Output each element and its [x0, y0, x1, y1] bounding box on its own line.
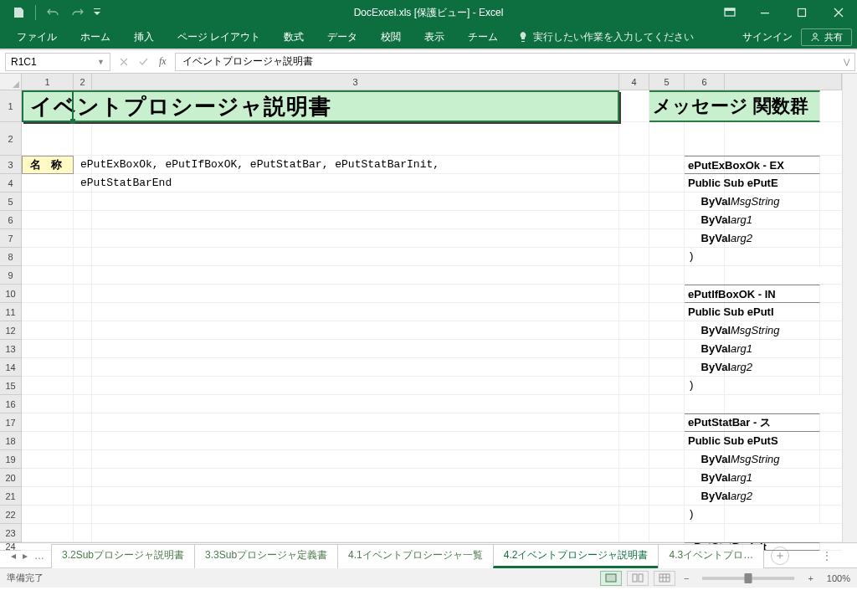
row-header[interactable]: 19	[0, 450, 21, 469]
code-arg[interactable]: ByVal arg2	[685, 487, 820, 506]
row-header[interactable]: 17	[0, 413, 21, 432]
code-block-head[interactable]: ePutIfBoxOK - IN	[685, 285, 820, 303]
sheet-tab[interactable]: 3.3Subプロシージャ定義書	[194, 544, 338, 568]
code-block-sub[interactable]: Public Sub ePutI	[685, 303, 820, 321]
row-header[interactable]: 7	[0, 229, 21, 248]
code-block-sub[interactable]: Public Sub ePutS	[685, 432, 820, 450]
save-icon[interactable]	[7, 2, 30, 23]
view-normal-icon[interactable]	[600, 571, 622, 586]
row-header[interactable]: 14	[0, 358, 21, 377]
code-arg[interactable]: ByVal arg1	[685, 469, 820, 487]
maximize-icon[interactable]	[783, 0, 820, 25]
tab-insert[interactable]: 挿入	[122, 25, 166, 49]
row-header[interactable]: 8	[0, 248, 21, 266]
chevron-down-icon[interactable]: ▼	[97, 58, 105, 66]
formula-input[interactable]: イベントプロシージャ説明書	[175, 53, 839, 71]
tab-view[interactable]: 表示	[413, 25, 456, 49]
code-arg[interactable]: ByVal MsgString	[685, 192, 820, 211]
sheet-nav-arrows[interactable]: ◂ ▸ …	[3, 550, 52, 562]
close-icon[interactable]	[820, 0, 857, 25]
zoom-out-button[interactable]: −	[680, 573, 692, 583]
row-header[interactable]: 3	[0, 156, 21, 174]
code-close[interactable]: )	[685, 377, 820, 395]
tell-me-search[interactable]: 実行したい作業を入力してください	[510, 30, 702, 44]
ribbon-display-options-icon[interactable]	[713, 0, 747, 25]
tab-team[interactable]: チーム	[456, 25, 510, 49]
name-box[interactable]: R1C1 ▼	[5, 53, 110, 71]
row-header[interactable]: 1	[0, 90, 21, 122]
code-arg[interactable]: ByVal arg1	[685, 211, 820, 229]
row-header[interactable]: 13	[0, 340, 21, 358]
sheet-tab[interactable]: 3.2Subプロシージャ説明書	[51, 544, 195, 568]
view-page-layout-icon[interactable]	[627, 571, 649, 586]
code-close[interactable]: )	[685, 506, 820, 524]
code-arg[interactable]: ByVal arg1	[685, 340, 820, 358]
vertical-scrollbar[interactable]	[842, 74, 857, 542]
row-header[interactable]: 4	[0, 174, 21, 192]
row-header[interactable]: 10	[0, 285, 21, 303]
row-header[interactable]: 22	[0, 506, 21, 524]
name-line1-cell[interactable]: ePutExBoxOk, ePutIfBoxOK, ePutStatBar, e…	[74, 156, 619, 174]
row-header[interactable]: 24	[0, 542, 21, 551]
tab-file[interactable]: ファイル	[5, 25, 69, 49]
name-line2-cell[interactable]: ePutStatBarEnd	[74, 174, 619, 192]
redo-icon[interactable]	[66, 2, 90, 23]
row-header[interactable]: 18	[0, 432, 21, 450]
row-header[interactable]: 23	[0, 524, 21, 542]
row-header[interactable]: 11	[0, 303, 21, 321]
row-header[interactable]: 5	[0, 192, 21, 211]
title-cell-right[interactable]: メッセージ 関数群	[649, 90, 820, 122]
row-header[interactable]: 15	[0, 377, 21, 395]
column-header[interactable]: 2	[74, 74, 92, 90]
sheet-tab[interactable]: 4.3イベントプロ…	[658, 544, 764, 568]
code-close[interactable]: )	[685, 248, 820, 266]
column-header[interactable]: 1	[22, 74, 74, 90]
cancel-formula-icon[interactable]	[114, 53, 134, 71]
code-arg[interactable]: ByVal arg2	[685, 358, 820, 377]
column-header[interactable]: 6	[685, 74, 725, 90]
code-block-head[interactable]: ePutExBoxOk - EX	[685, 156, 820, 174]
tab-data[interactable]: データ	[316, 25, 369, 49]
zoom-in-button[interactable]: +	[804, 573, 816, 583]
row-header[interactable]: 21	[0, 487, 21, 506]
code-block-head[interactable]: ePutStatBar - ス	[685, 413, 820, 432]
sheet-nav-first-icon[interactable]: ◂	[8, 550, 18, 562]
column-header[interactable]: 5	[649, 74, 685, 90]
tab-home[interactable]: ホーム	[69, 25, 122, 49]
spreadsheet-grid[interactable]: 123456 123456789101112131415161718192021…	[0, 74, 857, 542]
row-header[interactable]: 9	[0, 266, 21, 285]
signin-link[interactable]: サインイン	[742, 30, 793, 44]
sheet-tab[interactable]: 4.1イベントプロシージャ一覧	[337, 544, 494, 568]
name-label-cell[interactable]: 名 称	[22, 156, 74, 174]
row-header[interactable]: 20	[0, 469, 21, 487]
column-header[interactable]: 4	[619, 74, 649, 90]
qat-customize-icon[interactable]	[91, 2, 103, 23]
cells-area[interactable]: イベントプロシージャ説明書メッセージ 関数群名 称ePutExBoxOk, eP…	[22, 90, 842, 542]
sheet-nav-menu-icon[interactable]: …	[32, 550, 47, 562]
row-header[interactable]: 12	[0, 321, 21, 340]
row-header[interactable]: 2	[0, 122, 21, 156]
undo-icon[interactable]	[41, 2, 64, 23]
column-header[interactable]: 3	[92, 74, 619, 90]
tab-overflow-icon[interactable]: ⋮	[815, 550, 839, 562]
tab-review[interactable]: 校閲	[369, 25, 413, 49]
sheet-tab[interactable]: 4.2イベントプロシージャ説明書	[493, 544, 659, 568]
tab-page-layout[interactable]: ページ レイアウト	[166, 25, 272, 49]
formula-expand-icon[interactable]: ⋁	[839, 53, 855, 71]
row-header[interactable]: 6	[0, 211, 21, 229]
zoom-level[interactable]: 100%	[827, 573, 850, 583]
code-block-sub[interactable]: Public Sub ePutE	[685, 174, 820, 192]
view-page-break-icon[interactable]	[654, 571, 675, 586]
title-cell-main[interactable]: イベントプロシージャ説明書	[22, 90, 619, 122]
share-button[interactable]: 共有	[801, 28, 852, 46]
fx-icon[interactable]: fx	[154, 55, 172, 68]
code-arg[interactable]: ByVal arg2	[685, 229, 820, 248]
zoom-slider[interactable]	[702, 577, 794, 580]
tab-formulas[interactable]: 数式	[272, 25, 316, 49]
enter-formula-icon[interactable]	[134, 53, 154, 71]
code-arg[interactable]: ByVal MsgString	[685, 450, 820, 469]
select-all-corner[interactable]	[0, 74, 22, 90]
code-arg[interactable]: ByVal MsgString	[685, 321, 820, 340]
row-header[interactable]: 16	[0, 395, 21, 413]
minimize-icon[interactable]	[747, 0, 783, 25]
